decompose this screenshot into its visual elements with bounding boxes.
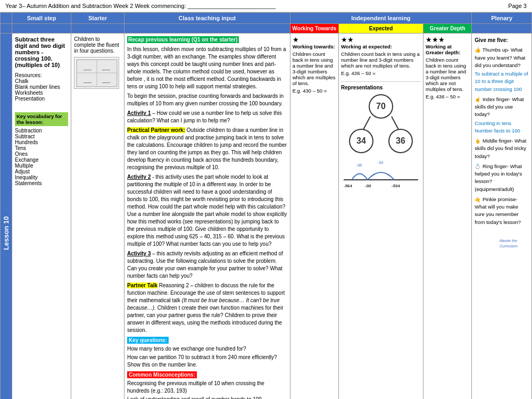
- activity2-label: Activity 2: [127, 174, 151, 180]
- gd-label: Working at Greater depth:: [426, 44, 460, 55]
- svg-text:___: ___: [83, 65, 92, 70]
- wt-label: Working towards:: [293, 44, 335, 49]
- resources-section: Resources: ChalkBlank number linesWorksh…: [15, 72, 68, 102]
- partner-talk-label: Partner Talk: [127, 282, 157, 288]
- starter-image: ___ ___ ___ ___: [74, 57, 119, 89]
- common-misc-label: Common Misconceptions:: [127, 371, 197, 378]
- exp-label: Working at expected:: [341, 44, 392, 49]
- plenary-ring: 💍 Ring finger- What helped you in today'…: [475, 163, 529, 193]
- exp-text: Children count back in tens using a numb…: [341, 51, 421, 69]
- plenary-title: Give me five:: [475, 37, 508, 43]
- greater-depth-cell: ★★★ Working at Greater depth: Children c…: [423, 34, 472, 400]
- activity1-label: Activity 1: [127, 110, 151, 116]
- svg-text:___: ___: [102, 78, 111, 83]
- logo-area: Master the Curriculum: [475, 234, 529, 252]
- starter-cell: Children to complete the fluent in four …: [71, 34, 124, 400]
- page-number: Page 3: [508, 3, 527, 9]
- svg-text:-00: -00: [365, 184, 371, 188]
- smallstep-cell: Subtract three digit and two digit numbe…: [12, 34, 71, 400]
- teaching-para1: In this lesson, children move onto subtr…: [127, 46, 287, 90]
- common-misconceptions-section: Common Misconceptions: Recognising the p…: [127, 371, 287, 399]
- gd-example: E.g. 436 – 50 =: [426, 94, 469, 99]
- page-header: Year 3– Autumn Addition and Subtraction …: [0, 0, 532, 12]
- plenary-thumb: 👍 Thumbs up- What have you learnt? What …: [475, 46, 529, 69]
- lesson-label-cell: Lesson 10: [1, 34, 12, 400]
- plenary-index: ☝ Index finger- What skills did you use …: [475, 96, 529, 119]
- teaching-partner-talk: Partner Talk Reasoning 2 – children to d…: [127, 282, 287, 334]
- gd-text: Children count back in tens using a numb…: [426, 57, 469, 92]
- svg-text:36: 36: [396, 136, 405, 145]
- plenary-cell: Give me five: 👍 Thumbs up- What have you…: [472, 34, 532, 400]
- number-bond-diagram: 70 34 36: [341, 93, 421, 157]
- lesson-col-header: [1, 13, 12, 24]
- smallstep-header: Small step: [12, 13, 71, 24]
- activity3-label: Activity 3: [127, 251, 151, 256]
- wt-example: E.g. 430 – 50 =: [293, 88, 336, 94]
- svg-text:-564: -564: [344, 184, 353, 188]
- expected-cell: ★★ Working at expected: Children count b…: [339, 34, 423, 400]
- plenary-blue2: Counting in tens Number facts to 100: [475, 120, 529, 135]
- svg-text:70: 70: [376, 102, 386, 111]
- key-vocab-label: Key vocabulary for the lesson:: [15, 112, 68, 126]
- page-title: Year 3– Autumn Addition and Subtraction …: [5, 3, 276, 9]
- starter-diagram: ___ ___ ___ ___: [76, 59, 118, 88]
- key-questions-section: Key questions: How many tens do we excha…: [127, 337, 287, 369]
- svg-text:Master the: Master the: [500, 239, 517, 243]
- plenary-header: Plenary: [472, 13, 532, 24]
- representations-section: Representations 70 34: [341, 81, 421, 193]
- starter-header: Starter: [71, 13, 124, 24]
- expected-header: Expected: [339, 24, 423, 34]
- smallstep-title: Subtract three digit and two digit numbe…: [15, 36, 65, 68]
- vocab-list: SubtractionSubtractHundredsTensOnesExcha…: [15, 128, 68, 186]
- teaching-header: Class teaching input: [124, 13, 290, 24]
- teaching-cell: Recap previous learning (Q1 on the start…: [124, 34, 290, 400]
- independent-header: Independent learning: [290, 13, 472, 24]
- plenary-middle: 🖕 Middle finger- What skills did you fin…: [475, 137, 529, 160]
- number-bond-svg: 70 34 36: [346, 93, 415, 157]
- plenary-pinkie: 🤙 Pinkie promise- What will you make sur…: [475, 196, 529, 226]
- recap-header: Recap previous learning (Q1 on the start…: [127, 36, 239, 43]
- wt-text: Children count back in tens using a numb…: [293, 51, 336, 86]
- starter-text: Children to complete the fluent in four …: [74, 36, 119, 54]
- representations-label: Representations: [341, 85, 383, 90]
- svg-text:-34: -34: [377, 160, 384, 165]
- svg-text:-534: -534: [392, 184, 401, 188]
- number-line-svg: -564 -00 -534 -36 -34: [341, 160, 421, 192]
- svg-text:Curriculum: Curriculum: [500, 244, 518, 248]
- svg-text:-36: -36: [356, 163, 362, 168]
- lesson-label: Lesson 10: [1, 34, 12, 399]
- greater-depth-header: Greater Depth: [423, 24, 472, 34]
- exp-example: E.g. 436 – 50 =: [341, 70, 421, 76]
- key-questions-label: Key questions:: [127, 337, 169, 344]
- gd-stars: ★★★: [426, 36, 469, 44]
- svg-text:34: 34: [356, 136, 366, 145]
- exp-stars: ★★: [341, 36, 421, 44]
- svg-text:___: ___: [83, 78, 92, 83]
- working-towards-header: Working Towards: [290, 24, 338, 34]
- svg-text:___: ___: [102, 65, 111, 70]
- teaching-activity3: Activity 3 – this activity revisits adju…: [127, 250, 287, 280]
- teaching-activity2: Activity 2 - this activity uses the part…: [127, 173, 287, 248]
- number-line-diagram: -564 -00 -534 -36 -34: [341, 160, 421, 193]
- logo-svg: Master the Curriculum: [497, 234, 529, 250]
- practical-label: Practical Partner work:: [127, 127, 185, 133]
- working-towards-cell: ★ Working towards: Children count back i…: [290, 34, 338, 400]
- teaching-practical: Practical Partner work: Outside children…: [127, 127, 287, 171]
- teaching-activity1: Activity 1 – How could we use a number l…: [127, 110, 287, 124]
- plenary-blue1: To subtract a multiple of 10 to a three …: [475, 70, 529, 93]
- teaching-para2: To begin the session, practise counting …: [127, 93, 287, 107]
- wt-stars: ★: [293, 36, 336, 44]
